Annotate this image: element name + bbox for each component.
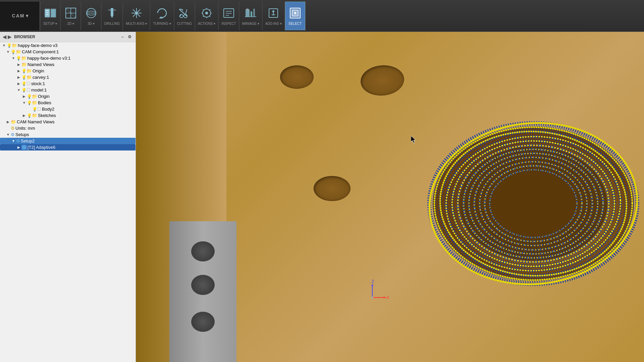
svg-point-17: [205, 12, 208, 14]
origin2-label: Origin: [38, 94, 50, 99]
setup2-label: Setup2: [21, 138, 35, 143]
fixture-hole-bottom: [191, 312, 215, 332]
origin2-eye: 💡: [27, 94, 32, 99]
2d-button[interactable]: 2D ▾: [61, 2, 81, 30]
svg-rect-0: [45, 9, 50, 17]
toolbar-group-turning: TURNING ▾: [150, 2, 174, 30]
tree-item-named-views[interactable]: ▶ 📁 Named Views: [0, 61, 136, 68]
tree-item-adaptive6[interactable]: ▶ ⚙ [T2] Adaptive6: [0, 144, 136, 150]
svg-rect-8: [111, 8, 113, 15]
setups-expander: ▼: [5, 133, 11, 136]
svg-text:X: X: [386, 295, 389, 300]
toolbar-group-3d: 3D ▾: [81, 2, 102, 30]
setups-icon: ⚙: [11, 132, 15, 137]
toolbar: CAM ▾ SETUP ▾ 2D ▾ 3D ▾: [0, 0, 644, 32]
actions-label: ACTIONS ▾: [198, 22, 215, 25]
turning-button[interactable]: TURNING ▾: [150, 2, 174, 30]
drilling-button[interactable]: DRILLING: [102, 2, 123, 30]
cam-named-views-label: CAM Named Views: [17, 119, 54, 124]
manage-button[interactable]: % MANAGE ▾: [239, 2, 262, 30]
named-views-label: Named Views: [28, 62, 54, 67]
named-views-folder: 📁: [21, 62, 27, 67]
cam-component-eye: 💡: [11, 50, 16, 54]
happy-face-expander: ▼: [11, 56, 16, 60]
tree-item-cam-component[interactable]: ▼ 💡 📁 CAM Component:1: [0, 49, 136, 55]
fixture-hole-top: [191, 241, 215, 261]
inspect-button[interactable]: INSPECT: [219, 2, 239, 30]
tree-item-sketches[interactable]: ▶ 💡 📁 Sketches: [0, 112, 136, 119]
cutting-icon: [178, 6, 191, 20]
3d-label: 3D ▾: [88, 22, 95, 25]
addins-button[interactable]: ADD-INS ▾: [263, 2, 285, 30]
setup2-icon: ⚙: [16, 138, 20, 143]
tree-item-setup2[interactable]: ▼ ⚙ Setup2: [0, 138, 136, 144]
tree-item-carvey[interactable]: ▶ 💡 📁 carvey:1: [0, 74, 136, 80]
sketches-label: Sketches: [38, 113, 56, 118]
multiaxis-icon: [130, 6, 143, 20]
tree-item-setups[interactable]: ▼ ⚙ Setups: [0, 131, 136, 138]
stock-label: stock:1: [31, 81, 45, 86]
cam-brand-button[interactable]: CAM ▾: [0, 2, 40, 30]
toolbar-group-cutting: CUTTING: [174, 2, 195, 30]
toolbar-group-inspect: INSPECT: [219, 2, 239, 30]
tree-item-model[interactable]: ▼ 💡 ☐ model:1: [0, 87, 136, 93]
sketches-eye: 💡: [27, 113, 32, 118]
viewport-3d[interactable]: // We'll generate these as inline SVG el…: [136, 32, 644, 362]
setup-label: SETUP ▾: [43, 22, 57, 25]
tree-item-bodies[interactable]: ▼ 💡 📁 Bodies: [0, 100, 136, 106]
carvey-label: carvey:1: [33, 75, 49, 80]
browser-title: BROWSER: [14, 35, 35, 39]
setup-button[interactable]: SETUP ▾: [40, 2, 60, 30]
root-folder-icon: 📁: [12, 43, 17, 48]
sketches-folder: 📁: [32, 113, 37, 118]
cutting-button[interactable]: CUTTING: [174, 2, 195, 30]
actions-button[interactable]: ACTIONS ▾: [195, 2, 218, 30]
browser-nav-arrows: ◀ ▶: [3, 34, 11, 40]
2d-icon: [64, 6, 77, 20]
select-icon: [288, 6, 302, 20]
toolbar-group-manage: % MANAGE ▾: [239, 2, 263, 30]
addins-icon: [267, 6, 280, 20]
browser-header: ◀ ▶ BROWSER – ⚙: [0, 32, 136, 42]
model-cube: ☐: [26, 87, 31, 93]
tree-item-root[interactable]: ▼ 💡 📁 happy-face-demo v3: [0, 42, 136, 49]
3d-button[interactable]: 3D ▾: [81, 2, 101, 30]
tree-item-happy-face[interactable]: ▼ 💡 📁 happy-face-demo v3:1: [0, 55, 136, 61]
setup2-expander: ▼: [11, 139, 16, 143]
svg-point-33: [294, 12, 296, 14]
browser-settings-button[interactable]: ⚙: [126, 34, 133, 40]
tree-item-cam-named-views[interactable]: ▶ 📁 CAM Named Views: [0, 119, 136, 125]
tree-item-stock[interactable]: ▶ 💡 ☐ stock:1: [0, 80, 136, 87]
tree-item-body2[interactable]: 💡 ☐ Body2: [0, 106, 136, 112]
tree-item-origin[interactable]: ▶ 💡 📁 Origin: [0, 68, 136, 74]
toolbar-group-drilling: DRILLING: [102, 2, 123, 30]
toolbar-group-addins: ADD-INS ▾: [263, 2, 285, 30]
cam-component-label: CAM Component:1: [22, 49, 59, 54]
happy-face-label: happy-face-demo v3:1: [27, 56, 70, 61]
cam-component-expander: ▼: [5, 50, 11, 54]
browser-forward-button[interactable]: ▶: [8, 34, 11, 40]
select-label: SELECT: [288, 22, 302, 25]
browser-panel: ◀ ▶ BROWSER – ⚙ ▼ 💡 📁 happy-face-demo v3…: [0, 32, 136, 362]
inner-oval: [460, 147, 607, 261]
toolbar-group-multiaxis: MULTI-AXIS ▾: [123, 2, 150, 30]
svg-rect-18: [224, 9, 234, 17]
inspect-icon: [222, 6, 235, 20]
root-eye-icon: 💡: [7, 43, 12, 48]
browser-back-button[interactable]: ◀: [3, 34, 6, 40]
select-button[interactable]: SELECT: [285, 2, 305, 30]
browser-minimize-button[interactable]: –: [120, 34, 125, 40]
multiaxis-button[interactable]: MULTI-AXIS ▾: [123, 2, 150, 30]
stock-expander: ▶: [16, 82, 21, 85]
tree-item-origin2[interactable]: ▶ 💡 📁 Origin: [0, 93, 136, 100]
adaptive6-label: [T2] Adaptive6: [28, 145, 55, 150]
body2-cube: ☐: [37, 107, 41, 112]
cutting-label: CUTTING: [177, 22, 192, 25]
cam-title: CAM: [12, 13, 25, 18]
setup-icon: [44, 6, 57, 20]
turning-label: TURNING ▾: [153, 22, 171, 25]
happy-face-eye: 💡: [16, 56, 21, 61]
toolbar-group-select: SELECT: [285, 2, 306, 30]
origin-eye: 💡: [21, 69, 26, 73]
tree-item-units[interactable]: ⚙ Units: mm: [0, 125, 136, 131]
